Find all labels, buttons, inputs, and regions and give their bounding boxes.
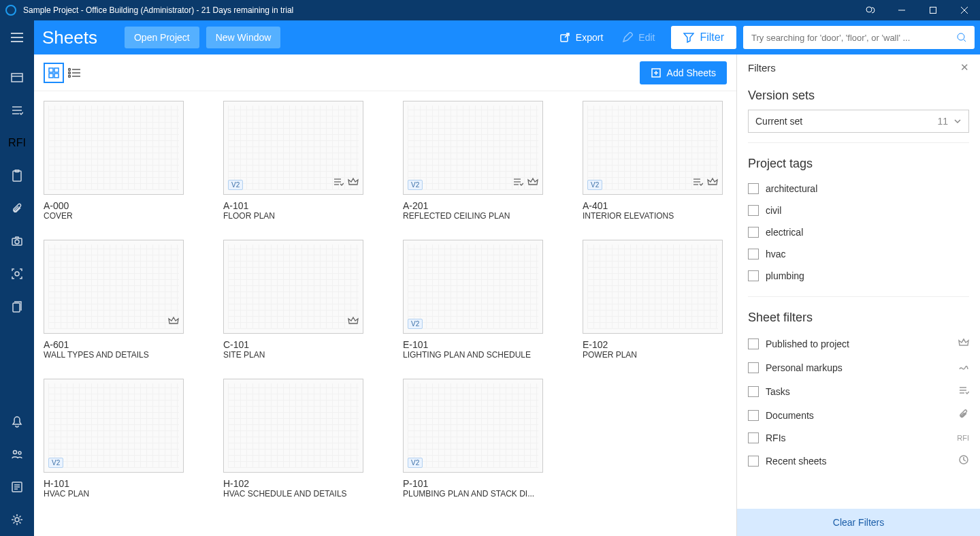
checkbox[interactable] xyxy=(748,362,759,373)
tag-label: hvac xyxy=(766,249,786,259)
checkbox[interactable] xyxy=(748,227,759,238)
feedback-icon[interactable] xyxy=(855,0,886,20)
svg-line-10 xyxy=(964,40,966,42)
sheet-card[interactable]: V2 A-201 REFLECTED CEILING PLAN xyxy=(403,101,543,221)
sheet-thumbnail[interactable]: V2 xyxy=(583,101,723,195)
svg-rect-29 xyxy=(49,68,53,72)
nav-settings-icon[interactable] xyxy=(0,503,34,536)
sheet-thumbnail[interactable]: V2 xyxy=(403,101,543,195)
filter-label: RFIs xyxy=(766,432,786,443)
checkbox[interactable] xyxy=(748,432,759,443)
sheet-card[interactable]: V2 A-401 INTERIOR ELEVATIONS xyxy=(583,101,723,221)
sheet-card[interactable]: A-601 WALL TYPES AND DETAILS xyxy=(44,240,184,360)
sheet-filter-row[interactable]: Personal markups xyxy=(748,356,969,379)
sheet-thumbnail[interactable] xyxy=(44,240,184,334)
checkbox[interactable] xyxy=(748,386,759,397)
checkbox[interactable] xyxy=(748,456,759,467)
checkbox[interactable] xyxy=(748,249,759,259)
svg-point-35 xyxy=(69,75,71,77)
sheet-card[interactable]: E-102 POWER PLAN xyxy=(583,240,723,360)
page-title: Sheets xyxy=(42,27,97,48)
sheet-thumbnail[interactable]: V2 xyxy=(403,240,543,334)
sheet-filter-row[interactable]: Tasks xyxy=(748,379,969,403)
sheet-thumbnail[interactable] xyxy=(583,240,723,334)
sheet-thumbnail[interactable] xyxy=(44,101,184,195)
sheet-thumbnail[interactable]: V2 xyxy=(223,101,363,195)
checkbox[interactable] xyxy=(748,410,759,421)
hamburger-menu-button[interactable] xyxy=(0,20,34,54)
tasks-icon xyxy=(333,176,344,190)
sheet-title: COVER xyxy=(44,211,184,221)
sheet-thumbnail[interactable]: V2 xyxy=(44,379,184,473)
sheet-card[interactable]: V2 P-101 PLUMBING PLAN AND STACK DI... xyxy=(403,379,543,499)
sheet-card[interactable]: H-102 HVAC SCHEDULE AND DETAILS xyxy=(223,379,363,499)
version-set-select[interactable]: Current set 11 xyxy=(748,110,969,133)
svg-point-0 xyxy=(866,7,872,12)
add-sheets-label: Add Sheets xyxy=(667,67,716,78)
nav-documents-icon[interactable] xyxy=(0,290,34,323)
sheet-code: A-101 xyxy=(223,200,363,211)
sheet-thumbnail[interactable] xyxy=(223,240,363,334)
tag-label: civil xyxy=(766,205,781,216)
version-badge: V2 xyxy=(48,458,63,468)
clip-icon xyxy=(958,409,969,422)
nav-team-icon[interactable] xyxy=(0,438,34,471)
sheet-title: FLOOR PLAN xyxy=(223,211,363,221)
checkbox[interactable] xyxy=(748,338,759,349)
sheet-thumbnail[interactable] xyxy=(223,379,363,473)
titlebar: Sample Project - Office Building (Admini… xyxy=(0,0,980,20)
tag-checkbox-row[interactable]: civil xyxy=(748,200,969,221)
sheet-filter-row[interactable]: Recent sheets xyxy=(748,449,969,473)
sheet-card[interactable]: V2 E-101 LIGHTING PLAN AND SCHEDULE xyxy=(403,240,543,360)
new-window-button[interactable]: New Window xyxy=(206,27,281,48)
sheet-card[interactable]: A-000 COVER xyxy=(44,101,184,221)
crown-icon xyxy=(707,176,718,190)
add-sheets-button[interactable]: Add Sheets xyxy=(640,61,727,84)
checkbox[interactable] xyxy=(748,183,759,194)
version-badge: V2 xyxy=(408,180,423,190)
filter-label: Personal markups xyxy=(766,362,843,373)
nav-scan-icon[interactable] xyxy=(0,257,34,290)
checkbox[interactable] xyxy=(748,205,759,216)
checkbox[interactable] xyxy=(748,270,759,281)
tag-label: architectural xyxy=(766,183,817,194)
export-button[interactable]: Export xyxy=(550,27,612,48)
nav-notifications-icon[interactable] xyxy=(0,405,34,438)
version-sets-heading: Version sets xyxy=(748,89,969,103)
edit-button[interactable]: Edit xyxy=(612,27,664,48)
filters-close-button[interactable]: ✕ xyxy=(960,61,969,74)
search-input[interactable] xyxy=(751,33,957,43)
minimize-button[interactable] xyxy=(886,0,917,20)
nav-clipboard-icon[interactable] xyxy=(0,159,34,192)
nav-reports-icon[interactable] xyxy=(0,471,34,503)
sheet-filter-row[interactable]: Published to project xyxy=(748,332,969,356)
nav-attachments-icon[interactable] xyxy=(0,192,34,225)
sheet-filter-row[interactable]: RFIsRFI xyxy=(748,427,969,449)
tasks-icon xyxy=(958,385,969,398)
tag-checkbox-row[interactable]: plumbing xyxy=(748,265,969,287)
tag-checkbox-row[interactable]: electrical xyxy=(748,221,969,243)
nav-rfi-icon[interactable]: RFI xyxy=(0,127,34,159)
grid-view-toggle[interactable] xyxy=(44,63,64,83)
sheet-title: POWER PLAN xyxy=(583,350,723,360)
nav-tasks-icon[interactable] xyxy=(0,94,34,127)
search-icon xyxy=(957,33,966,42)
RFI-icon: RFI xyxy=(957,433,969,443)
maximize-button[interactable] xyxy=(917,0,949,20)
sheet-code: A-601 xyxy=(44,339,184,350)
tag-checkbox-row[interactable]: hvac xyxy=(748,243,969,265)
sheet-filter-row[interactable]: Documents xyxy=(748,403,969,427)
sheet-thumbnail[interactable]: V2 xyxy=(403,379,543,473)
nav-camera-icon[interactable] xyxy=(0,225,34,257)
list-view-toggle[interactable] xyxy=(64,63,84,83)
filter-button[interactable]: Filter xyxy=(671,26,736,49)
sheet-code: E-101 xyxy=(403,339,543,350)
open-project-button[interactable]: Open Project xyxy=(125,27,199,48)
sheet-card[interactable]: C-101 SITE PLAN xyxy=(223,240,363,360)
nav-sheets-icon[interactable] xyxy=(0,61,34,94)
sheet-card[interactable]: V2 A-101 FLOOR PLAN xyxy=(223,101,363,221)
clear-filters-button[interactable]: Clear Filters xyxy=(737,509,980,536)
close-button[interactable] xyxy=(949,0,980,20)
sheet-card[interactable]: V2 H-101 HVAC PLAN xyxy=(44,379,184,499)
tag-checkbox-row[interactable]: architectural xyxy=(748,178,969,200)
